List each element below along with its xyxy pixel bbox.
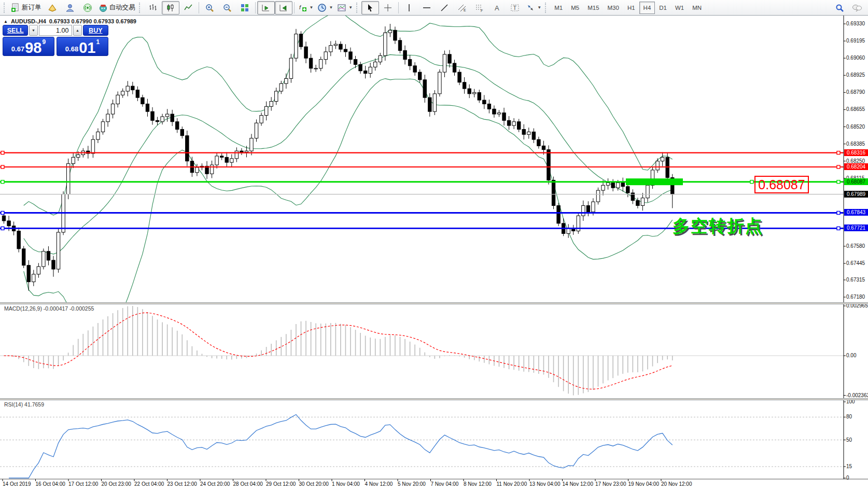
price-badge-blue: 0.67721 (844, 225, 868, 231)
time-axis-label: 20 Oct 23:00 (102, 481, 131, 487)
horizontal-line-button[interactable] (418, 1, 436, 15)
community-chat-button[interactable] (848, 1, 866, 15)
zoom-out-button[interactable] (218, 1, 236, 15)
chart-shift-button[interactable] (275, 1, 292, 15)
green-highlight-rectangle[interactable] (626, 178, 683, 185)
time-axis-label: 17 Nov 23:00 (595, 481, 626, 487)
candlestick-chart-button[interactable] (162, 1, 179, 15)
timeframe-button-m1[interactable]: M1 (550, 2, 567, 14)
cursor-button[interactable] (361, 1, 379, 15)
callout-handle[interactable] (750, 180, 753, 184)
indicators-button[interactable]: f ▼ (296, 1, 316, 15)
timeframe-button-mn[interactable]: MN (688, 2, 706, 14)
timeframe-button-m15[interactable]: M15 (583, 2, 603, 14)
channel-button[interactable]: E (453, 1, 471, 15)
toolbar-grip[interactable] (545, 3, 549, 13)
price-tick-label: 0.69195 (846, 38, 865, 44)
time-axis-label: 11 Nov 20:00 (497, 481, 527, 487)
timeframe-button-h4[interactable]: H4 (639, 2, 655, 14)
line-handle[interactable] (1, 227, 4, 230)
timeframe-button-w1[interactable]: W1 (671, 2, 688, 14)
buy-price-small: 0.68 (65, 46, 78, 52)
volume-decrease-button[interactable]: ▼ (29, 25, 37, 36)
bar-chart-button[interactable] (144, 1, 162, 15)
trendline-button[interactable] (436, 1, 453, 15)
auto-trading-icon (99, 3, 108, 12)
toolbar-grip[interactable] (356, 3, 360, 13)
auto-trading-button[interactable]: 自动交易 (96, 1, 137, 15)
arrows-button[interactable]: ▼ (524, 1, 543, 15)
tile-windows-icon (240, 3, 249, 12)
sell-button[interactable]: SELL (3, 25, 28, 36)
price-tick-label: 0.68520 (846, 124, 865, 130)
one-click-trade-panel: SELL ▼ 1.00 ▲ BUY 0.67 98 9 0.68 01 1 (3, 25, 108, 56)
highlight-layer[interactable] (626, 178, 683, 185)
timeframe-button-m5[interactable]: M5 (567, 2, 583, 14)
timeframe-button-h1[interactable]: H1 (623, 2, 639, 14)
line-handle[interactable] (1, 165, 4, 169)
line-handle[interactable] (837, 151, 840, 155)
toolbar-grip[interactable] (4, 3, 7, 13)
crosshair-button[interactable] (379, 1, 397, 15)
templates-button[interactable]: ▼ (335, 1, 355, 15)
timeframe-button-m30[interactable]: M30 (604, 2, 623, 14)
price-tick-label: 0.67445 (846, 260, 865, 266)
fibonacci-icon: F (475, 3, 484, 12)
macd-pane-separator[interactable] (0, 302, 868, 304)
volume-input[interactable]: 1.00 (39, 25, 73, 36)
tile-windows-button[interactable] (236, 1, 254, 15)
price-badge-green: 0.68087 (844, 178, 868, 185)
rsi-pane-separator[interactable] (0, 398, 868, 400)
line-handle[interactable] (1, 180, 4, 184)
metatrader-app: 新订单 自动交易 (0, 0, 868, 491)
svg-text:f: f (299, 4, 301, 10)
line-handle[interactable] (837, 227, 840, 230)
channel-icon: E (457, 3, 467, 12)
price-tick-label: 0.68385 (846, 141, 865, 147)
periods-button[interactable]: ▼ (315, 1, 335, 15)
time-axis-label: 8 Nov 12:00 (464, 481, 492, 487)
time-axis-label: 22 Oct 04:00 (134, 481, 164, 487)
vertical-line-button[interactable] (400, 1, 418, 15)
pivot-annotation-text[interactable]: 多空转折点 (673, 215, 763, 238)
chart-profile-button[interactable] (44, 1, 61, 15)
market-watch-button[interactable] (61, 1, 79, 15)
chart-profile-icon (48, 3, 57, 12)
volume-increase-button[interactable]: ▲ (73, 25, 81, 36)
sell-price-display[interactable]: 0.67 98 9 (3, 37, 54, 56)
line-handle[interactable] (837, 165, 840, 169)
price-badge-red: 0.68316 (844, 149, 868, 156)
line-chart-button[interactable] (179, 1, 197, 15)
toolbar-grip[interactable] (139, 3, 143, 13)
zoom-out-icon (222, 3, 232, 12)
auto-scroll-button[interactable] (257, 1, 275, 15)
line-chart-icon (184, 3, 193, 12)
crosshair-icon (383, 3, 393, 12)
ohlc-values: 0.67933 0.67990 0.67933 0.67989 (49, 18, 136, 24)
collapse-icon[interactable]: ▲ (4, 19, 8, 24)
fibonacci-button[interactable]: F (471, 1, 488, 15)
time-axis-label: 13 Nov 04:00 (529, 481, 561, 487)
line-handle[interactable] (837, 212, 840, 215)
text-label-button[interactable]: T (506, 1, 524, 15)
macd-histogram (4, 306, 673, 396)
chart-canvas[interactable] (0, 16, 868, 491)
line-handle[interactable] (1, 151, 4, 155)
line-handle[interactable] (837, 180, 840, 184)
time-axis-label: 7 Nov 04:00 (431, 481, 459, 487)
timeframe-button-d1[interactable]: D1 (655, 2, 671, 14)
price-tick-label: 0.69330 (846, 21, 865, 26)
search-button[interactable] (831, 1, 848, 15)
rsi-levels (0, 417, 844, 467)
new-order-button[interactable]: 新订单 (9, 1, 44, 15)
text-button[interactable]: A (488, 1, 506, 15)
price-callout-box[interactable]: 0.68087 (754, 176, 809, 193)
signals-button[interactable] (79, 1, 96, 15)
buy-price-display[interactable]: 0.68 01 1 (57, 37, 108, 56)
sell-price-big: 98 (25, 41, 41, 54)
line-handle[interactable] (1, 212, 4, 215)
zoom-in-button[interactable] (201, 1, 218, 15)
buy-price-sup: 1 (96, 38, 100, 46)
buy-button[interactable]: BUY (83, 25, 108, 36)
arrows-icon (526, 3, 535, 12)
